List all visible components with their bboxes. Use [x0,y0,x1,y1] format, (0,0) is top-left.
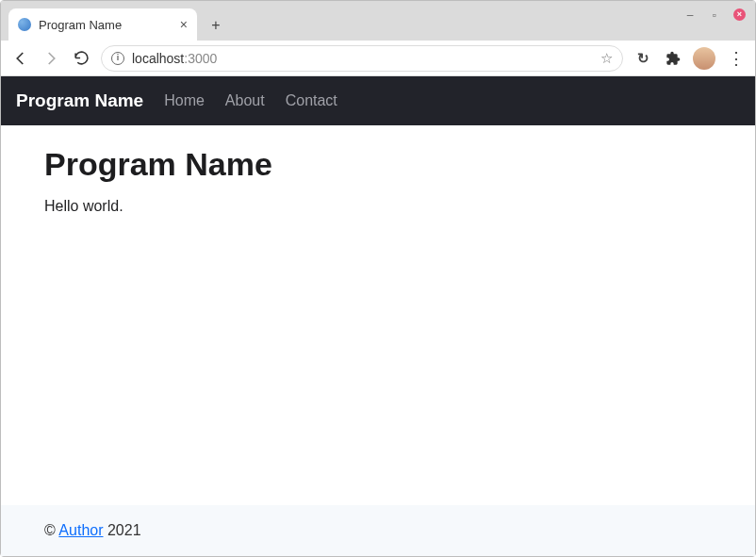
menu-icon[interactable]: ⋮ [725,48,746,69]
nav-link-home[interactable]: Home [164,92,205,109]
titlebar: Program Name × + – ▫ × [1,1,755,41]
browser-window: Program Name × + – ▫ × i localhost:3000 … [0,0,756,557]
globe-icon [18,18,31,31]
nav-link-contact[interactable]: Contact [286,92,337,109]
page-title: Program Name [44,146,712,183]
forward-icon[interactable] [41,48,61,69]
window-controls: – ▫ × [684,8,746,21]
main-content: Program Name Hello world. [1,125,755,505]
sync-icon[interactable]: ↻ [633,48,653,69]
site-navbar: Program Name Home About Contact [1,76,755,125]
window-close-icon[interactable]: × [733,8,746,21]
bookmark-star-icon[interactable]: ☆ [600,50,613,67]
maximize-icon[interactable]: ▫ [709,9,720,21]
body-text: Hello world. [44,198,712,215]
extensions-icon[interactable] [663,48,683,69]
back-icon[interactable] [10,48,31,69]
brand[interactable]: Program Name [16,90,143,111]
avatar[interactable] [693,47,715,70]
nav-link-about[interactable]: About [225,92,265,109]
author-link[interactable]: Author [58,522,103,538]
url-text: localhost:3000 [132,51,217,66]
address-bar[interactable]: i localhost:3000 ☆ [101,45,623,72]
close-icon[interactable]: × [180,17,188,32]
new-tab-button[interactable]: + [205,14,227,37]
copyright-symbol: © [44,522,58,538]
tab-title: Program Name [39,18,173,32]
page-content: Program Name Home About Contact Program … [1,76,755,556]
browser-toolbar: i localhost:3000 ☆ ↻ ⋮ [1,41,755,76]
browser-tab[interactable]: Program Name × [8,8,197,41]
info-icon[interactable]: i [111,52,124,65]
minimize-icon[interactable]: – [684,9,696,21]
page-footer: © Author 2021 [1,505,755,556]
copyright-year: 2021 [104,522,141,538]
reload-icon[interactable] [71,48,91,69]
